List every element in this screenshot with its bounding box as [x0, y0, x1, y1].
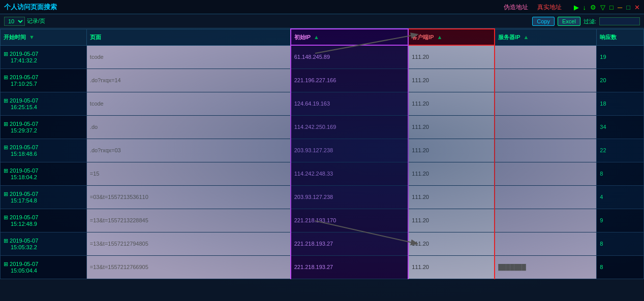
minimize-icon[interactable]: ─ [618, 4, 622, 11]
cell-client-ip: 111.20 [408, 69, 495, 92]
cell-server-ip [495, 115, 597, 139]
cell-page: .do?rxqx=03 [86, 139, 290, 162]
col-header-response: 响应数 [597, 29, 644, 45]
cell-page: tcode [86, 45, 290, 69]
cell-response: 20 [597, 69, 644, 92]
cell-client-ip: 111.20 [408, 162, 495, 185]
cell-initial-ip: 221.218.193.27 [291, 255, 409, 279]
close-icon[interactable]: ✕ [634, 4, 640, 11]
cell-page: .do?rxqx=14 [86, 69, 290, 92]
cell-server-ip: ███████ [495, 255, 597, 279]
table-wrapper: 开始时间 ▼ 页面 初始IP ▲ 客户端IP ▲ 服务器IP ▲ 响应数 ⊞ [0, 28, 644, 300]
cell-response: 34 [597, 115, 644, 139]
cell-page: =15 [86, 162, 290, 185]
cell-initial-ip: 61.148.245.89 [291, 45, 409, 69]
cell-response: 8 [597, 255, 644, 279]
cell-time: ⊞ 2019-05-0715:12:48.9 [1, 209, 87, 232]
filter-label: 过滤: [584, 18, 596, 25]
download-icon: ↓ [583, 4, 587, 11]
cell-page: =13&t=1557212766905 [86, 255, 290, 279]
cell-client-ip: 111.20 [408, 255, 495, 279]
cell-client-ip: 111.20 [408, 139, 495, 162]
cell-server-ip [495, 139, 597, 162]
cell-time: ⊞ 2019-05-0715:05:32.2 [1, 232, 87, 255]
table-row[interactable]: ⊞ 2019-05-0715:05:32.2=13&t=155721279480… [1, 232, 644, 255]
col-header-client-ip[interactable]: 客户端IP ▲ [408, 29, 495, 45]
cell-time: ⊞ 2019-05-0717:41:32.2 [1, 45, 87, 69]
fake-addr-label: 伪造地址 [504, 3, 528, 12]
cell-initial-ip: 221.218.193.170 [291, 209, 409, 232]
excel-button[interactable]: Excel [558, 17, 580, 26]
cell-page: =13&t=1557213228845 [86, 209, 290, 232]
cell-server-ip [495, 162, 597, 185]
cell-server-ip [495, 185, 597, 209]
cell-server-ip [495, 69, 597, 92]
cell-time: ⊞ 2019-05-0715:29:37.2 [1, 115, 87, 139]
cell-response: 18 [597, 92, 644, 115]
data-table: 开始时间 ▼ 页面 初始IP ▲ 客户端IP ▲ 服务器IP ▲ 响应数 ⊞ [0, 28, 644, 279]
cell-page: .do [86, 115, 290, 139]
settings-icon: ⚙ [590, 4, 596, 11]
cell-server-ip [495, 209, 597, 232]
table-row[interactable]: ⊞ 2019-05-0717:10:25.7.do?rxqx=14221.196… [1, 69, 644, 92]
filter-icon: ▽ [600, 4, 605, 11]
cell-response: 8 [597, 232, 644, 255]
table-row[interactable]: ⊞ 2019-05-0715:12:48.9=13&t=155721322884… [1, 209, 644, 232]
records-per-page-select[interactable]: 10 20 50 [4, 17, 25, 26]
cell-time: ⊞ 2019-05-0715:05:04.4 [1, 255, 87, 279]
cell-time: ⊞ 2019-05-0715:17:54.8 [1, 185, 87, 209]
table-row[interactable]: ⊞ 2019-05-0715:29:37.2.do114.242.250.169… [1, 115, 644, 139]
cell-server-ip [495, 232, 597, 255]
cell-initial-ip: 203.93.127.238 [291, 139, 409, 162]
cell-response: 22 [597, 139, 644, 162]
col-header-time[interactable]: 开始时间 ▼ [1, 29, 87, 45]
cell-client-ip: 111.20 [408, 92, 495, 115]
cell-page: tcode [86, 92, 290, 115]
cell-initial-ip: 203.93.127.238 [291, 185, 409, 209]
cell-initial-ip: 221.196.227.166 [291, 69, 409, 92]
cell-initial-ip: 221.218.193.27 [291, 232, 409, 255]
cell-client-ip: 111.20 [408, 209, 495, 232]
cell-client-ip: 111.20 [408, 232, 495, 255]
page-title: 个人访问页面搜索 [4, 3, 57, 12]
cell-server-ip [495, 92, 597, 115]
table-row[interactable]: ⊞ 2019-05-0716:25:15.4tcode124.64.19.163… [1, 92, 644, 115]
col-header-initial-ip[interactable]: 初始IP ▲ [291, 29, 409, 45]
table-header-row: 开始时间 ▼ 页面 初始IP ▲ 客户端IP ▲ 服务器IP ▲ 响应数 [1, 29, 644, 45]
cell-response: 8 [597, 162, 644, 185]
page-icon: □ [609, 4, 614, 11]
cell-time: ⊞ 2019-05-0715:18:48.6 [1, 139, 87, 162]
filter-input[interactable] [599, 17, 640, 25]
cell-initial-ip: 124.64.19.163 [291, 92, 409, 115]
arrow-right-icon: ▶ [574, 4, 579, 11]
cell-time: ⊞ 2019-05-0715:18:04.2 [1, 162, 87, 185]
real-addr-label: 真实地址 [537, 3, 562, 12]
cell-initial-ip: 114.242.250.169 [291, 115, 409, 139]
cell-page: =13&t=1557212794805 [86, 232, 290, 255]
cell-time: ⊞ 2019-05-0717:10:25.7 [1, 69, 87, 92]
cell-client-ip: 111.20 [408, 45, 495, 69]
cell-client-ip: 111.20 [408, 185, 495, 209]
cell-response: 4 [597, 185, 644, 209]
table-row[interactable]: ⊞ 2019-05-0715:17:54.8=03&t=155721353611… [1, 185, 644, 209]
cell-server-ip [495, 45, 597, 69]
col-header-page: 页面 [86, 29, 290, 45]
table-row[interactable]: ⊞ 2019-05-0717:41:32.2tcode61.148.245.89… [1, 45, 644, 69]
copy-button[interactable]: Copy [532, 17, 555, 26]
records-per-page-label: 记录/页 [27, 17, 45, 25]
table-row[interactable]: ⊞ 2019-05-0715:05:04.4=13&t=155721276690… [1, 255, 644, 279]
cell-response: 19 [597, 45, 644, 69]
table-row[interactable]: ⊞ 2019-05-0715:18:04.2=15114.242.248.331… [1, 162, 644, 185]
cell-page: =03&t=1557213536110 [86, 185, 290, 209]
cell-time: ⊞ 2019-05-0716:25:15.4 [1, 92, 87, 115]
table-row[interactable]: ⊞ 2019-05-0715:18:48.6.do?rxqx=03203.93.… [1, 139, 644, 162]
maximize-icon[interactable]: □ [626, 4, 630, 11]
cell-response: 9 [597, 209, 644, 232]
col-header-server-ip[interactable]: 服务器IP ▲ [495, 29, 597, 45]
cell-client-ip: 111.20 [408, 115, 495, 139]
cell-initial-ip: 114.242.248.33 [291, 162, 409, 185]
